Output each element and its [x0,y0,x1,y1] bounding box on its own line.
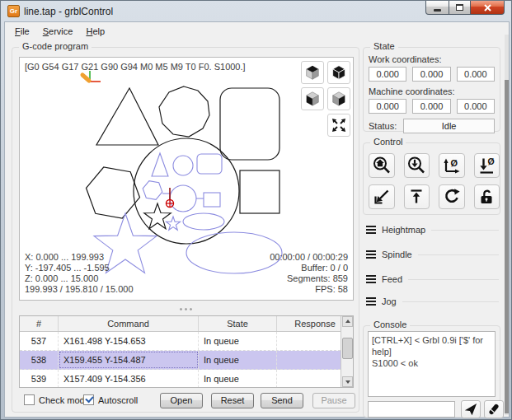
cube-front-icon [303,90,322,108]
scroll-thumb[interactable] [342,338,353,359]
maximize-button[interactable] [449,1,471,15]
cube-left-icon [330,90,348,108]
safe-position-button[interactable] [404,184,430,209]
zero-xy-button[interactable]: Ø [439,153,465,178]
status-value: Idle [403,119,495,133]
machine-y-field: 0.000 [412,99,450,114]
autoscroll-checkbox[interactable]: Autoscroll [83,394,138,405]
view-isometric-button[interactable] [327,61,350,84]
work-z-field: 0.000 [457,67,495,82]
maximize-icon [456,4,463,11]
check-mode-checkbox[interactable]: Check mode [24,394,90,405]
toolpath-extents: X: 0.000 ... 199.993 Y: -197.405 ... -1.… [25,252,134,295]
console-clear-button[interactable] [484,400,504,418]
divider [402,301,499,302]
status-row: Status: Idle [369,119,495,133]
work-y-field: 0.000 [412,67,450,82]
zero-z-icon: Ø [477,156,496,175]
menu-file[interactable]: File [8,24,36,39]
machine-x-field: 0.000 [369,99,406,114]
restore-origin-icon [372,187,392,207]
check-mode-label: Check mode [39,395,90,405]
view-left-button[interactable] [327,87,350,110]
menu-service[interactable]: Service [36,24,80,39]
gcode-preamble: [G0 G54 G17 G21 G90 G94 M0 M5 M9 T0 F0. … [25,62,246,72]
col-state[interactable]: State [199,316,277,331]
machine-coordinates-row: 0.000 0.000 0.000 [369,99,495,114]
status-label: Status: [369,121,397,131]
client-area: File Service Help G-code program [4,21,510,418]
jog-panel-header[interactable]: Jog [363,292,500,311]
control-group-title: Control [370,137,406,147]
restore-origin-button[interactable] [369,184,395,209]
reset-icon [442,187,462,207]
state-group: State Work coordinates: 0.000 0.000 0.00… [363,47,500,132]
command-table[interactable]: # Command State Response 537 X161.498 Y-… [19,315,354,388]
open-button[interactable]: Open [160,393,203,408]
work-coordinates-label: Work coordinates: [369,54,495,64]
svg-text:Ø: Ø [488,156,495,166]
col-command[interactable]: Command [59,316,199,331]
checkbox-icon[interactable] [24,394,35,405]
unlock-icon [477,187,496,207]
gcode-group-title: G-code program [19,41,92,51]
bottom-controls: Check mode Autoscroll Open Reset Send Pa… [19,393,352,409]
scroll-down-button[interactable] [342,376,353,387]
window-controls [426,1,505,15]
view-front-button[interactable] [301,87,324,110]
zero-z-button[interactable]: Ø [474,153,500,178]
work-coordinates-row: 0.000 0.000 0.000 [369,67,495,82]
machine-z-field: 0.000 [457,99,495,114]
console-log[interactable]: [CTRL+X] < Grbl 0.9i ['$' for help] S100… [368,331,496,397]
console-command-input[interactable] [368,401,455,418]
view-top-button[interactable] [301,61,324,84]
minimize-button[interactable] [425,1,449,15]
toolpath-visualizer[interactable]: [G0 G54 G17 G21 G90 G94 M0 M5 M9 T0 F0. … [19,57,354,301]
scroll-up-button[interactable] [342,316,353,327]
console-group: Console [CTRL+X] < Grbl 0.9i ['$' for he… [363,325,500,418]
splitter-handle[interactable] [12,306,359,312]
table-row[interactable]: 537 X161.498 Y-154.653 In queue [20,332,353,351]
machine-coordinates-label: Machine coordinates: [369,86,495,96]
spindle-panel-header[interactable]: Spindle [363,245,500,264]
checkbox-checked-icon[interactable] [83,394,94,405]
menu-help[interactable]: Help [79,24,111,39]
heightmap-label: Heightmap [382,225,425,235]
col-number[interactable]: # [20,316,59,331]
autoscroll-label: Autoscroll [98,395,138,405]
z-probe-button[interactable] [404,153,430,178]
minimize-icon [434,9,441,12]
table-row[interactable]: 539 X157.409 Y-154.356 In queue [20,370,353,388]
right-panel-scroll-thumb[interactable] [505,80,509,413]
menu-bar: File Service Help [5,22,509,40]
table-row-selected[interactable]: 538 X159.455 Y-154.487 In queue [20,351,353,370]
right-panel-scrollbar[interactable] [505,35,509,415]
unlock-button[interactable] [474,184,500,209]
divider [431,230,499,231]
heightmap-panel-header[interactable]: Heightmap [363,220,500,240]
home-button[interactable] [369,153,395,178]
app-window: Gr line.tap - grblControl File Service H… [0,0,512,420]
reset-button[interactable]: Reset [211,393,254,408]
close-button[interactable] [470,1,505,15]
send-button[interactable]: Send [261,393,303,408]
divider [418,254,499,255]
feed-panel-header[interactable]: Feed [363,269,500,289]
hamburger-icon [366,250,376,259]
origin-axes-icon [82,71,101,82]
reset-button-control[interactable] [439,184,465,209]
hamburger-icon [366,275,376,283]
gcode-program-group: G-code program [12,47,359,413]
window-title: line.tap - grblControl [24,6,113,17]
safe-position-icon [406,187,426,207]
table-scrollbar[interactable] [341,316,353,387]
console-group-title: Console [370,320,410,329]
fit-view-button[interactable] [327,114,350,137]
console-send-button[interactable] [461,400,481,418]
state-group-title: State [370,41,398,51]
pause-button[interactable]: Pause [312,393,355,408]
zoom-home-icon [372,156,392,175]
hamburger-icon [366,226,376,234]
fit-expand-icon [330,116,348,134]
cube-isometric-icon [330,63,348,82]
